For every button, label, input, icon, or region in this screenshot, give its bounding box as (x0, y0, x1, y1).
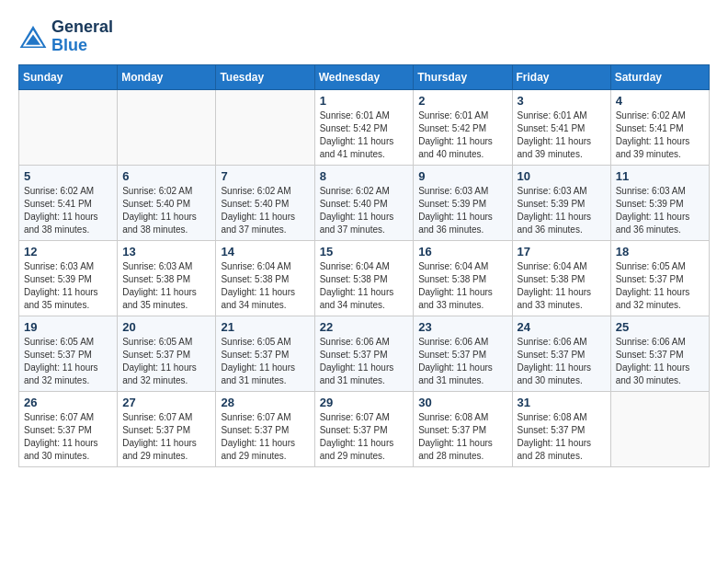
calendar-body: 1Sunrise: 6:01 AM Sunset: 5:42 PM Daylig… (19, 89, 710, 466)
calendar-day-cell: 28Sunrise: 6:07 AM Sunset: 5:37 PM Dayli… (216, 391, 314, 466)
weekday-header: Saturday (610, 64, 709, 89)
day-number: 14 (221, 245, 309, 259)
calendar-day-cell: 1Sunrise: 6:01 AM Sunset: 5:42 PM Daylig… (314, 89, 414, 165)
day-number: 15 (320, 245, 409, 259)
day-info: Sunrise: 6:05 AM Sunset: 5:37 PM Dayligh… (616, 260, 704, 312)
calendar-day-cell (610, 391, 709, 466)
day-info: Sunrise: 6:06 AM Sunset: 5:37 PM Dayligh… (418, 336, 506, 387)
day-info: Sunrise: 6:06 AM Sunset: 5:37 PM Dayligh… (616, 336, 704, 387)
day-number: 17 (518, 245, 606, 259)
calendar-day-cell: 6Sunrise: 6:02 AM Sunset: 5:40 PM Daylig… (118, 165, 216, 240)
day-number: 11 (616, 169, 704, 183)
day-info: Sunrise: 6:04 AM Sunset: 5:38 PM Dayligh… (320, 260, 409, 312)
day-info: Sunrise: 6:03 AM Sunset: 5:38 PM Dayligh… (122, 260, 210, 312)
calendar-week-row: 1Sunrise: 6:01 AM Sunset: 5:42 PM Daylig… (19, 89, 710, 165)
calendar-day-cell: 7Sunrise: 6:02 AM Sunset: 5:40 PM Daylig… (216, 165, 314, 240)
day-number: 31 (518, 396, 606, 409)
calendar-day-cell: 14Sunrise: 6:04 AM Sunset: 5:38 PM Dayli… (216, 240, 314, 316)
calendar-day-cell: 24Sunrise: 6:06 AM Sunset: 5:37 PM Dayli… (512, 316, 610, 391)
calendar-day-cell: 16Sunrise: 6:04 AM Sunset: 5:38 PM Dayli… (414, 240, 512, 316)
day-info: Sunrise: 6:04 AM Sunset: 5:38 PM Dayligh… (221, 260, 309, 312)
day-info: Sunrise: 6:06 AM Sunset: 5:37 PM Dayligh… (320, 336, 409, 387)
day-info: Sunrise: 6:06 AM Sunset: 5:37 PM Dayligh… (518, 336, 606, 387)
day-number: 6 (122, 169, 210, 183)
day-info: Sunrise: 6:01 AM Sunset: 5:41 PM Dayligh… (518, 109, 606, 161)
calendar-day-cell: 2Sunrise: 6:01 AM Sunset: 5:42 PM Daylig… (414, 89, 512, 165)
day-info: Sunrise: 6:02 AM Sunset: 5:40 PM Dayligh… (122, 185, 210, 236)
calendar-day-cell: 19Sunrise: 6:05 AM Sunset: 5:37 PM Dayli… (19, 316, 118, 391)
day-number: 1 (320, 94, 409, 108)
calendar-day-cell: 31Sunrise: 6:08 AM Sunset: 5:37 PM Dayli… (512, 391, 610, 466)
day-info: Sunrise: 6:03 AM Sunset: 5:39 PM Dayligh… (518, 185, 606, 236)
day-number: 25 (616, 320, 704, 334)
day-number: 9 (418, 169, 506, 183)
day-info: Sunrise: 6:04 AM Sunset: 5:38 PM Dayligh… (518, 260, 606, 312)
day-number: 21 (221, 320, 309, 334)
calendar-day-cell: 5Sunrise: 6:02 AM Sunset: 5:41 PM Daylig… (19, 165, 118, 240)
day-info: Sunrise: 6:07 AM Sunset: 5:37 PM Dayligh… (24, 411, 112, 463)
calendar-day-cell: 22Sunrise: 6:06 AM Sunset: 5:37 PM Dayli… (314, 316, 414, 391)
day-info: Sunrise: 6:08 AM Sunset: 5:37 PM Dayligh… (418, 411, 506, 463)
day-number: 29 (320, 396, 409, 409)
day-number: 8 (320, 169, 409, 183)
calendar-day-cell: 8Sunrise: 6:02 AM Sunset: 5:40 PM Daylig… (314, 165, 414, 240)
day-number: 7 (221, 169, 309, 183)
weekday-header: Monday (118, 64, 216, 89)
logo-text: General Blue (51, 18, 113, 55)
day-info: Sunrise: 6:05 AM Sunset: 5:37 PM Dayligh… (24, 336, 112, 387)
day-info: Sunrise: 6:05 AM Sunset: 5:37 PM Dayligh… (221, 336, 309, 387)
calendar-day-cell (19, 89, 118, 165)
calendar-day-cell: 10Sunrise: 6:03 AM Sunset: 5:39 PM Dayli… (512, 165, 610, 240)
day-info: Sunrise: 6:02 AM Sunset: 5:41 PM Dayligh… (24, 185, 112, 236)
day-info: Sunrise: 6:05 AM Sunset: 5:37 PM Dayligh… (122, 336, 210, 387)
calendar-day-cell: 13Sunrise: 6:03 AM Sunset: 5:38 PM Dayli… (118, 240, 216, 316)
logo-icon (18, 24, 48, 50)
calendar-day-cell: 27Sunrise: 6:07 AM Sunset: 5:37 PM Dayli… (118, 391, 216, 466)
day-number: 19 (24, 320, 112, 334)
page-header: General Blue (18, 18, 710, 55)
day-number: 20 (122, 320, 210, 334)
day-info: Sunrise: 6:03 AM Sunset: 5:39 PM Dayligh… (24, 260, 112, 312)
day-info: Sunrise: 6:08 AM Sunset: 5:37 PM Dayligh… (518, 411, 606, 463)
weekday-header: Sunday (19, 64, 118, 89)
day-number: 23 (418, 320, 506, 334)
day-number: 26 (24, 396, 112, 409)
day-number: 3 (518, 94, 606, 108)
calendar-day-cell: 23Sunrise: 6:06 AM Sunset: 5:37 PM Dayli… (414, 316, 512, 391)
weekday-header: Thursday (414, 64, 512, 89)
calendar-week-row: 5Sunrise: 6:02 AM Sunset: 5:41 PM Daylig… (19, 165, 710, 240)
day-number: 16 (418, 245, 506, 259)
calendar-day-cell (216, 89, 314, 165)
day-info: Sunrise: 6:07 AM Sunset: 5:37 PM Dayligh… (122, 411, 210, 463)
day-number: 2 (418, 94, 506, 108)
day-number: 12 (24, 245, 112, 259)
calendar-day-cell: 17Sunrise: 6:04 AM Sunset: 5:38 PM Dayli… (512, 240, 610, 316)
day-number: 22 (320, 320, 409, 334)
day-info: Sunrise: 6:01 AM Sunset: 5:42 PM Dayligh… (320, 109, 409, 161)
calendar-table: SundayMondayTuesdayWednesdayThursdayFrid… (18, 64, 710, 467)
weekday-header: Tuesday (216, 64, 314, 89)
day-number: 10 (518, 169, 606, 183)
calendar-day-cell: 15Sunrise: 6:04 AM Sunset: 5:38 PM Dayli… (314, 240, 414, 316)
calendar-day-cell (118, 89, 216, 165)
calendar-day-cell: 9Sunrise: 6:03 AM Sunset: 5:39 PM Daylig… (414, 165, 512, 240)
calendar-day-cell: 4Sunrise: 6:02 AM Sunset: 5:41 PM Daylig… (610, 89, 709, 165)
day-info: Sunrise: 6:03 AM Sunset: 5:39 PM Dayligh… (418, 185, 506, 236)
calendar-week-row: 26Sunrise: 6:07 AM Sunset: 5:37 PM Dayli… (19, 391, 710, 466)
day-number: 4 (616, 94, 704, 108)
day-info: Sunrise: 6:07 AM Sunset: 5:37 PM Dayligh… (221, 411, 309, 463)
day-info: Sunrise: 6:02 AM Sunset: 5:41 PM Dayligh… (616, 109, 704, 161)
day-number: 30 (418, 396, 506, 409)
calendar-week-row: 19Sunrise: 6:05 AM Sunset: 5:37 PM Dayli… (19, 316, 710, 391)
day-number: 27 (122, 396, 210, 409)
calendar-day-cell: 29Sunrise: 6:07 AM Sunset: 5:37 PM Dayli… (314, 391, 414, 466)
calendar-header-row: SundayMondayTuesdayWednesdayThursdayFrid… (19, 64, 710, 89)
day-info: Sunrise: 6:01 AM Sunset: 5:42 PM Dayligh… (418, 109, 506, 161)
day-number: 13 (122, 245, 210, 259)
day-number: 24 (518, 320, 606, 334)
day-info: Sunrise: 6:07 AM Sunset: 5:37 PM Dayligh… (320, 411, 409, 463)
calendar-day-cell: 25Sunrise: 6:06 AM Sunset: 5:37 PM Dayli… (610, 316, 709, 391)
day-info: Sunrise: 6:03 AM Sunset: 5:39 PM Dayligh… (616, 185, 704, 236)
day-number: 28 (221, 396, 309, 409)
calendar-day-cell: 12Sunrise: 6:03 AM Sunset: 5:39 PM Dayli… (19, 240, 118, 316)
